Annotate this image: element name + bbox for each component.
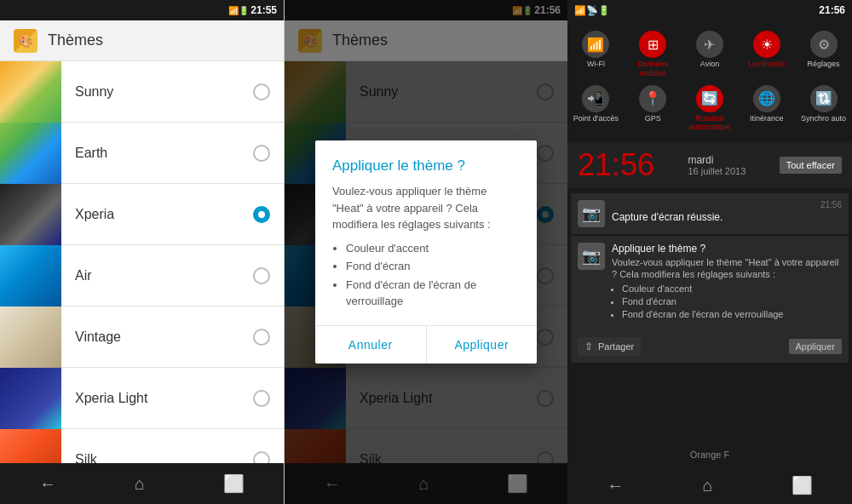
panel1-home-button[interactable]: ⌂ (118, 467, 162, 501)
theme-thumb-earth (0, 123, 61, 184)
qs-itinerance[interactable]: 🌐 Itinérance (741, 85, 792, 133)
qs-wifi[interactable]: 📶 Wi-Fi (570, 31, 621, 78)
panel-3: 📶📡🔋 21:56 📶 Wi-Fi ⊞ Donnéesmobiles ✈ Avi… (567, 0, 852, 504)
theme-item-xperialight[interactable]: Xperia Light (0, 368, 284, 429)
notif-expanded-icon: 📷 (578, 243, 605, 270)
mobile-data-icon: ⊞ (639, 31, 666, 58)
panel3-back-button[interactable]: ← (590, 469, 641, 502)
notif-day: mardi (688, 154, 713, 166)
dialog-bullet-list: Couleur d'accent Fond d'écran Fond d'écr… (332, 240, 520, 310)
panel1-status-time: 21:55 (250, 4, 277, 16)
qs-rotation[interactable]: 🔄 Rotationautomatique (684, 85, 735, 133)
notification-list: 📷 21:56 Capture d'écran réussie. 📷 Appli… (567, 188, 852, 446)
notif-bullet-2: Fond d'écran (622, 295, 842, 307)
panel3-status-bar: 📶📡🔋 21:56 (567, 0, 852, 20)
notif-expanded-description: Voulez-vous appliquer le thème "Heat" à … (612, 257, 838, 279)
qs-airplane-label: Avion (700, 60, 719, 69)
theme-radio-sunny[interactable] (253, 83, 270, 100)
qs-brightness[interactable]: ☀ Luminosité (741, 31, 792, 78)
theme-thumb-xperialight (0, 368, 61, 429)
notif-expanded-body: Appliquer le thème ? Voulez-vous appliqu… (612, 243, 842, 321)
qs-row-1: 📶 Wi-Fi ⊞ Donnéesmobiles ✈ Avion ☀ Lumin… (567, 27, 852, 82)
notif-time: 21:56 (578, 147, 654, 183)
notif-screenshot-collapsed[interactable]: 📷 21:56 Capture d'écran réussie. (571, 193, 849, 234)
panel1-nav-bar: ← ⌂ ⬜ (0, 463, 284, 504)
qs-brightness-label: Luminosité (748, 60, 786, 69)
notif-apply-button[interactable]: Appliquer (789, 339, 842, 354)
brightness-icon: ☀ (753, 31, 780, 58)
qs-rotation-label: Rotationautomatique (688, 114, 731, 133)
hotspot-icon: 📲 (582, 85, 609, 112)
panel1-theme-list: Sunny Earth Xperia Air Vintage Xperia Li… (0, 61, 284, 463)
theme-name-sunny: Sunny (61, 84, 253, 100)
theme-radio-silk[interactable] (253, 451, 270, 464)
theme-item-sunny[interactable]: Sunny (0, 61, 284, 123)
notif-expanded-text: Voulez-vous appliquer le thème "Heat" à … (612, 256, 842, 320)
dialog-cancel-button[interactable]: Annuler (315, 326, 427, 364)
theme-item-vintage[interactable]: Vintage (0, 306, 284, 368)
notif-screenshot-icon: 📷 (578, 200, 605, 227)
theme-item-earth[interactable]: Earth (0, 123, 284, 184)
theme-thumb-xperia (0, 184, 61, 245)
panel1-back-button[interactable]: ← (22, 467, 73, 501)
qs-sync-label: Synchro auto (801, 114, 846, 123)
dialog-content: Voulez-vous appliquer le thème "Heat" à … (315, 183, 537, 325)
theme-thumb-silk (0, 429, 61, 464)
rotation-icon: 🔄 (696, 85, 723, 112)
dialog-bullet-2: Fond d'écran (346, 258, 520, 275)
qs-mobile-data[interactable]: ⊞ Donnéesmobiles (627, 31, 678, 78)
notif-share-button[interactable]: ⇧ Partager (578, 337, 641, 356)
panel1-status-bar: 📶🔋 21:55 (0, 0, 284, 20)
dialog-overlay: Appliquer le thème ? Voulez-vous appliqu… (285, 0, 567, 504)
notif-timestamp: 21:56 (820, 200, 842, 209)
time-bar: 21:56 mardi 16 juillet 2013 Tout effacer (567, 142, 852, 188)
qs-wifi-label: Wi-Fi (587, 60, 605, 69)
notif-date-block: mardi 16 juillet 2013 (688, 154, 746, 176)
notif-screenshot-expanded[interactable]: 📷 Appliquer le thème ? Voulez-vous appli… (571, 236, 849, 362)
panel1-app-bar: 🎨 Thèmes (0, 20, 284, 61)
sync-icon: 🔃 (810, 85, 838, 112)
panel3-nav-bar: ← ⌂ ⬜ (567, 467, 852, 504)
qs-sync[interactable]: 🔃 Synchro auto (798, 85, 849, 133)
theme-item-air[interactable]: Air (0, 245, 284, 306)
theme-item-xperia[interactable]: Xperia (0, 184, 284, 245)
carrier-text: Orange F (690, 450, 729, 460)
panel3-left-icons: 📶📡🔋 (574, 5, 610, 16)
dialog-title: Appliquer le thème ? (315, 140, 537, 183)
theme-radio-vintage[interactable] (253, 329, 270, 346)
panel1-recents-button[interactable]: ⬜ (206, 467, 262, 501)
theme-thumb-air (0, 245, 61, 306)
theme-radio-air[interactable] (253, 267, 270, 284)
theme-item-silk[interactable]: Silk (0, 429, 284, 463)
clear-all-button[interactable]: Tout effacer (780, 157, 842, 174)
quick-settings: 📶 Wi-Fi ⊞ Donnéesmobiles ✈ Avion ☀ Lumin… (567, 20, 852, 142)
theme-name-xperia: Xperia (61, 207, 253, 222)
theme-name-vintage: Vintage (61, 329, 253, 345)
gps-icon: 📍 (639, 85, 666, 112)
dialog-apply-button[interactable]: Appliquer (427, 326, 538, 364)
theme-radio-xperia[interactable] (253, 206, 270, 223)
theme-name-silk: Silk (61, 452, 253, 464)
dialog-bullet-1: Couleur d'accent (346, 240, 520, 257)
qs-airplane[interactable]: ✈ Avion (684, 31, 735, 78)
panel3-time: 21:56 (819, 4, 845, 16)
qs-hotspot[interactable]: 📲 Point d'accès (570, 85, 621, 133)
theme-radio-xperialight[interactable] (253, 390, 270, 407)
panel3-home-button[interactable]: ⌂ (685, 469, 729, 502)
panel3-recents-button[interactable]: ⬜ (774, 468, 830, 502)
theme-name-earth: Earth (61, 146, 253, 161)
notif-screenshot-body: 21:56 Capture d'écran réussie. (612, 200, 842, 225)
theme-thumb-vintage (0, 306, 61, 368)
panel1-app-icon: 🎨 (14, 29, 37, 53)
notif-date: 16 juillet 2013 (688, 166, 746, 176)
wifi-icon: 📶 (582, 31, 609, 58)
panel-2: 📶🔋 21:56 🎨 Thèmes Sunny Earth Xperia Air (284, 0, 567, 504)
qs-settings-label: Réglages (808, 60, 840, 69)
share-icon: ⇧ (584, 341, 593, 352)
notif-bottom-bar: Orange F (567, 446, 852, 467)
notif-header-row: 21:56 (612, 200, 842, 209)
qs-settings[interactable]: ⚙ Réglages (798, 31, 849, 78)
qs-gps[interactable]: 📍 GPS (627, 85, 678, 133)
share-label: Partager (598, 341, 634, 352)
theme-radio-earth[interactable] (253, 145, 270, 162)
